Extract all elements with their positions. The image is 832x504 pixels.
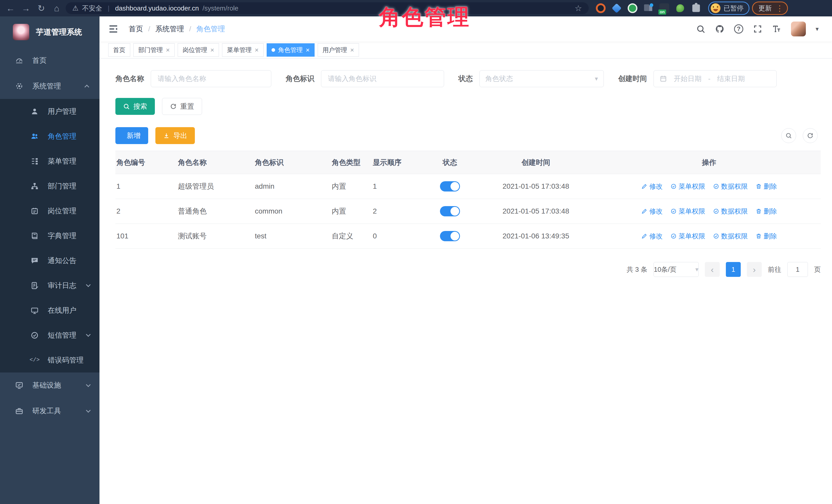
data-permission-link[interactable]: 数据权限	[713, 232, 748, 241]
sidebar-logo[interactable]: 芋道管理系统	[0, 17, 100, 48]
status-toggle[interactable]	[440, 231, 460, 241]
close-icon[interactable]: ×	[255, 47, 258, 53]
menu-permission-link[interactable]: 菜单权限	[671, 207, 705, 216]
sidebar-item-dev-tools[interactable]: 研发工具	[0, 398, 100, 424]
prev-page-button[interactable]: ‹	[705, 262, 720, 277]
tab-departments[interactable]: 部门管理 ×	[133, 43, 175, 57]
extension-icon-leaf[interactable]	[676, 4, 684, 12]
extension-icon-duo[interactable]	[644, 3, 653, 13]
update-label: 更新	[758, 4, 772, 13]
tab-positions[interactable]: 岗位管理 ×	[178, 43, 219, 57]
sidebar-item-home[interactable]: 首页	[0, 48, 100, 73]
goto-page-input[interactable]	[787, 262, 808, 277]
delete-link[interactable]: 删除	[756, 232, 777, 241]
export-button[interactable]: 导出	[155, 127, 195, 144]
role-key-input[interactable]	[321, 70, 444, 87]
sidebar-item-online-users[interactable]: 在线用户	[0, 298, 100, 323]
breadcrumb-system[interactable]: 系统管理	[155, 24, 184, 34]
browser-forward-icon[interactable]: →	[20, 3, 32, 13]
browser-menu-dots-icon[interactable]: ⋮	[776, 4, 783, 13]
url-host[interactable]: dashboard.yudao.iocoder.cn	[115, 4, 199, 12]
avatar-caret-icon[interactable]: ▾	[815, 25, 819, 32]
sidebar-item-system[interactable]: 系统管理	[0, 73, 100, 99]
sidebar-item-infrastructure[interactable]: 基础设施	[0, 372, 100, 398]
add-button[interactable]: 新增	[115, 127, 148, 144]
user-avatar[interactable]	[791, 22, 806, 36]
extension-icon-gem[interactable]	[612, 3, 622, 13]
tab-users[interactable]: 用户管理 ×	[318, 43, 359, 57]
status-toggle[interactable]	[440, 206, 460, 216]
search-icon[interactable]	[696, 24, 705, 33]
cell-role-id: 1	[115, 174, 177, 199]
extensions-puzzle-icon[interactable]	[692, 4, 700, 12]
status-toggle[interactable]	[440, 181, 460, 191]
browser-home-icon[interactable]: ⌂	[50, 3, 63, 13]
delete-link[interactable]: 删除	[756, 207, 777, 216]
page-size-select[interactable]: 10条/页 ▾	[654, 262, 699, 277]
reset-button[interactable]: 重置	[162, 98, 202, 115]
status-select[interactable]: 角色状态 ▾	[479, 70, 604, 87]
close-icon[interactable]: ×	[210, 47, 214, 53]
sidebar-item-audit-log[interactable]: 审计日志	[0, 273, 100, 298]
current-page-button[interactable]: 1	[726, 262, 741, 277]
menu-permission-link[interactable]: 菜单权限	[671, 232, 705, 241]
browser-reload-icon[interactable]: ↻	[35, 3, 48, 13]
toggle-search-circle-button[interactable]	[781, 128, 796, 143]
roles-table: 角色编号 角色名称 角色标识 角色类型 显示顺序 状态 创建时间 操作 1 超级…	[115, 151, 821, 249]
browser-back-icon[interactable]: ←	[4, 3, 17, 13]
sidebar-item-error-codes[interactable]: </> 错误码管理	[0, 348, 100, 372]
sidebar-item-notices[interactable]: 通知公告	[0, 248, 100, 273]
sidebar-collapse-icon[interactable]	[108, 24, 119, 34]
search-button-label: 搜索	[133, 102, 147, 111]
cell-order: 1	[372, 174, 425, 199]
close-icon[interactable]: ×	[306, 47, 310, 53]
extension-icon-ring[interactable]	[596, 3, 606, 13]
date-range-picker[interactable]: 开始日期 - 结束日期	[654, 70, 777, 87]
edit-link[interactable]: 修改	[641, 232, 663, 241]
page-size-value: 10条/页	[654, 265, 676, 274]
help-icon[interactable]: ?	[734, 24, 743, 33]
data-permission-link[interactable]: 数据权限	[713, 207, 748, 216]
browser-update-button[interactable]: 更新 ⋮	[752, 2, 788, 15]
fullscreen-icon[interactable]	[753, 24, 762, 33]
sidebar-item-dictionary[interactable]: 字典管理	[0, 223, 100, 248]
close-icon[interactable]: ×	[350, 47, 354, 53]
chevron-down-icon	[86, 408, 90, 413]
delete-link[interactable]: 删除	[756, 182, 777, 191]
next-page-button[interactable]: ›	[747, 262, 762, 277]
tab-roles-active[interactable]: 角色管理 ×	[267, 43, 315, 57]
tab-label: 部门管理	[138, 46, 163, 54]
data-permission-link[interactable]: 数据权限	[713, 182, 748, 191]
tab-menus[interactable]: 菜单管理 ×	[222, 43, 263, 57]
github-icon[interactable]	[715, 24, 724, 33]
cell-role-name: 普通角色	[177, 199, 254, 224]
extension-icon-dark[interactable]: on	[659, 3, 669, 13]
breadcrumb-current: 角色管理	[197, 24, 225, 34]
search-button[interactable]: 搜索	[115, 98, 155, 115]
url-path[interactable]: /system/role	[203, 4, 238, 12]
close-icon[interactable]: ×	[166, 47, 170, 53]
sidebar-item-label: 基础设施	[32, 380, 61, 390]
address-bar[interactable]: ⚠ 不安全 | dashboard.yudao.iocoder.cn /syst…	[66, 2, 589, 14]
role-name-input[interactable]	[151, 70, 271, 87]
sidebar-item-users[interactable]: 用户管理	[0, 99, 100, 124]
tab-home[interactable]: 首页	[108, 43, 130, 57]
main-panel: 首页 / 系统管理 / 角色管理 ?	[100, 17, 832, 504]
font-size-icon[interactable]	[772, 24, 781, 33]
col-header-order: 显示顺序	[372, 151, 425, 174]
bookmark-star-icon[interactable]: ☆	[575, 3, 582, 13]
sidebar-item-menus[interactable]: 菜单管理	[0, 149, 100, 174]
sidebar-item-sms[interactable]: 短信管理	[0, 323, 100, 348]
profile-emoji-avatar	[711, 3, 721, 13]
browser-profile-button[interactable]: 已暂停	[708, 2, 749, 15]
sidebar-item-departments[interactable]: 部门管理	[0, 174, 100, 198]
sidebar-item-positions[interactable]: 岗位管理	[0, 198, 100, 223]
security-label[interactable]: 不安全	[82, 4, 102, 13]
edit-link[interactable]: 修改	[641, 182, 663, 191]
refresh-circle-button[interactable]	[803, 128, 817, 143]
breadcrumb-home[interactable]: 首页	[129, 24, 143, 34]
edit-link[interactable]: 修改	[641, 207, 663, 216]
sidebar-item-roles[interactable]: 角色管理	[0, 124, 100, 149]
extension-icon-green[interactable]	[628, 3, 638, 13]
menu-permission-link[interactable]: 菜单权限	[671, 182, 705, 191]
